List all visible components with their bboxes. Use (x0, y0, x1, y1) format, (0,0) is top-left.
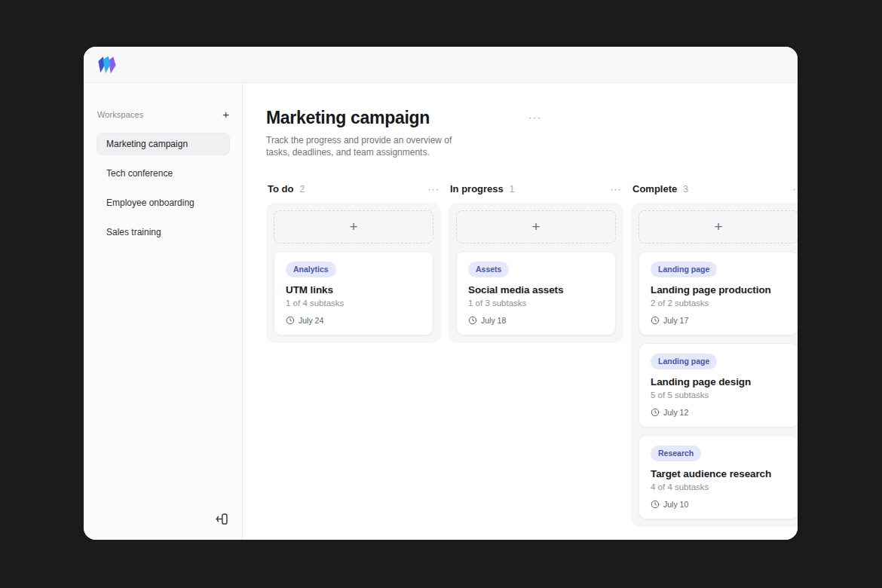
app-logo-icon (96, 54, 119, 75)
column-more-menu-icon[interactable]: ··· (427, 185, 439, 194)
task-subtask-count: 1 of 3 subtasks (468, 299, 604, 308)
workspace-list: Marketing campaign Tech conference Emplo… (96, 133, 230, 243)
task-due-label: July 17 (663, 316, 688, 325)
board-column: Complete 3 ··· + Landing page Landing pa… (631, 183, 798, 527)
task-card[interactable]: Landing page Landing page production 2 o… (639, 251, 798, 335)
sidebar-workspace-item[interactable]: Tech conference (96, 162, 230, 185)
column-count: 3 (683, 184, 688, 194)
task-due-label: July 12 (663, 408, 688, 417)
workspace-item-label: Employee onboarding (106, 198, 194, 208)
task-due-label: July 10 (663, 500, 688, 509)
page-header: Marketing campaign ··· Track the progres… (266, 108, 798, 158)
task-tag-badge: Assets (468, 262, 509, 277)
task-card[interactable]: Landing page Landing page design 5 of 5 … (639, 343, 798, 427)
board-column: To do 2 ··· + Analytics UTM links 1 of 4… (266, 183, 441, 527)
task-title: Landing page design (651, 376, 786, 387)
task-subtask-count: 5 of 5 subtasks (651, 390, 786, 400)
plus-icon: + (349, 219, 357, 235)
column-header: Complete 3 ··· (631, 183, 798, 194)
clock-icon (468, 316, 477, 325)
task-due-date: July 24 (286, 316, 421, 325)
task-subtask-count: 4 of 4 subtasks (651, 482, 786, 492)
column-more-menu-icon[interactable]: ··· (792, 185, 798, 194)
board: To do 2 ··· + Analytics UTM links 1 of 4… (266, 183, 798, 527)
clock-icon (651, 500, 660, 509)
task-tag-badge: Analytics (286, 262, 336, 277)
column-title: Complete (632, 183, 677, 194)
app-window: Workspaces + Marketing campaign Tech con… (84, 47, 798, 540)
sidebar-workspace-item[interactable]: Marketing campaign (96, 133, 230, 155)
task-tag-badge: Landing page (651, 262, 717, 277)
task-card[interactable]: Assets Social media assets 1 of 3 subtas… (456, 251, 616, 335)
column-header: To do 2 ··· (266, 183, 441, 194)
column-body: + Analytics UTM links 1 of 4 subtasks Ju… (266, 203, 441, 343)
task-due-date: July 18 (468, 316, 604, 325)
page-more-menu-icon[interactable]: ··· (528, 112, 542, 122)
board-column: In progress 1 ··· + Assets Social media … (449, 183, 623, 527)
task-title: Target audience research (651, 468, 786, 479)
app-body: Workspaces + Marketing campaign Tech con… (84, 83, 798, 540)
column-body: + Landing page Landing page production 2… (631, 203, 798, 527)
plus-icon: + (222, 108, 229, 121)
column-more-menu-icon[interactable]: ··· (610, 185, 622, 194)
add-workspace-button[interactable]: + (222, 109, 229, 120)
page-subtitle: Track the progress and provide an overvi… (266, 135, 456, 158)
task-tag-badge: Research (651, 446, 701, 461)
task-due-date: July 10 (651, 500, 786, 509)
task-card[interactable]: Research Target audience research 4 of 4… (639, 435, 798, 519)
sidebar-workspace-item[interactable]: Sales training (96, 221, 230, 243)
column-title: In progress (450, 183, 504, 194)
add-card-button[interactable]: + (456, 210, 616, 243)
task-card[interactable]: Analytics UTM links 1 of 4 subtasks July… (274, 251, 433, 335)
column-count: 2 (299, 184, 305, 194)
task-due-date: July 17 (651, 316, 786, 325)
task-due-label: July 18 (481, 316, 506, 325)
clock-icon (286, 316, 295, 325)
task-title: UTM links (286, 284, 421, 296)
task-tag-badge: Landing page (651, 354, 717, 369)
workspace-item-label: Tech conference (106, 168, 173, 179)
plus-icon: + (714, 219, 722, 235)
column-header: In progress 1 ··· (449, 183, 623, 194)
sidebar-workspace-item[interactable]: Employee onboarding (96, 191, 230, 214)
workspaces-label: Workspaces (97, 110, 143, 119)
task-due-label: July 24 (299, 316, 323, 325)
collapse-sidebar-button[interactable] (213, 510, 230, 528)
collapse-sidebar-icon (213, 511, 229, 527)
topbar (84, 47, 798, 83)
add-card-button[interactable]: + (639, 210, 798, 243)
workspace-item-label: Sales training (106, 227, 161, 237)
clock-icon (651, 316, 660, 325)
plus-icon: + (531, 219, 540, 235)
column-body: + Assets Social media assets 1 of 3 subt… (449, 203, 623, 343)
task-title: Social media assets (468, 284, 604, 296)
column-count: 1 (510, 184, 515, 194)
sidebar: Workspaces + Marketing campaign Tech con… (84, 83, 243, 540)
clock-icon (651, 408, 660, 417)
task-subtask-count: 2 of 2 subtasks (651, 299, 786, 308)
task-due-date: July 12 (651, 408, 786, 417)
workspaces-header: Workspaces + (96, 109, 230, 120)
workspace-item-label: Marketing campaign (106, 139, 188, 149)
column-title: To do (268, 183, 293, 194)
task-title: Landing page production (651, 284, 786, 296)
main-content: Marketing campaign ··· Track the progres… (243, 83, 798, 540)
task-subtask-count: 1 of 4 subtasks (286, 299, 421, 308)
add-card-button[interactable]: + (274, 210, 433, 243)
